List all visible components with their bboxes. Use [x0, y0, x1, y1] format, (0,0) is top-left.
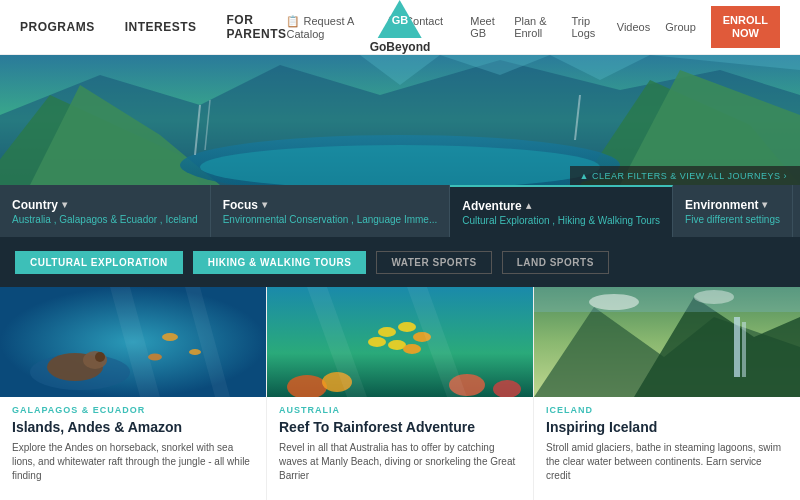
svg-rect-39 — [742, 322, 746, 377]
card-australia-region: AUSTRALIA — [279, 405, 521, 415]
clear-filters-bar[interactable]: ▲CLEAR FILTERS & VIEW ALL JOURNEYS › — [570, 166, 800, 185]
svg-point-16 — [95, 352, 105, 362]
card-australia-title: Reef To Rainforest Adventure — [279, 419, 521, 436]
tag-cultural-exploration[interactable]: CULTURAL EXPLORATION — [15, 251, 183, 274]
tag-water-sports[interactable]: WATER SPORTS — [376, 251, 491, 274]
svg-rect-40 — [534, 287, 800, 312]
card-australia-image — [267, 287, 533, 397]
secondary-nav: Meet GB Plan & Enroll Trip Logs Videos G… — [470, 15, 696, 39]
card-iceland-title: Inspiring Iceland — [546, 419, 788, 436]
country-chevron-icon: ▾ — [62, 199, 67, 210]
top-bar: PROGRAMS INTERESTS FOR PARENTS GoBeyond … — [0, 0, 800, 55]
nav-group[interactable]: Group — [665, 21, 696, 33]
svg-point-42 — [694, 290, 734, 304]
svg-point-41 — [589, 294, 639, 310]
nav-videos[interactable]: Videos — [617, 21, 650, 33]
australia-illustration — [267, 287, 533, 397]
card-galapagos-desc: Explore the Andes on horseback, snorkel … — [12, 441, 254, 483]
filter-environment[interactable]: Environment ▾ Five different settings — [673, 185, 793, 237]
svg-point-21 — [148, 354, 162, 361]
tag-land-sports[interactable]: LAND SPORTS — [502, 251, 609, 274]
nav-for-parents[interactable]: FOR PARENTS — [227, 13, 287, 41]
filter-bar: Country ▾ Australia , Galapagos & Ecuado… — [0, 185, 800, 237]
nav-left: PROGRAMS INTERESTS FOR PARENTS — [20, 13, 286, 41]
logo-triangle — [378, 0, 422, 38]
svg-point-31 — [403, 344, 421, 354]
card-galapagos-region: GALAPAGOS & ECUADOR — [12, 405, 254, 415]
filter-country-value: Australia , Galapagos & Ecuador , Icelan… — [12, 214, 198, 225]
iceland-illustration — [534, 287, 800, 397]
svg-point-28 — [398, 322, 416, 332]
card-australia[interactable]: AUSTRALIA Reef To Rainforest Adventure R… — [267, 287, 534, 500]
card-australia-body: AUSTRALIA Reef To Rainforest Adventure R… — [267, 397, 533, 500]
card-galapagos-body: GALAPAGOS & ECUADOR Islands, Andes & Ama… — [0, 397, 266, 500]
svg-point-20 — [189, 349, 201, 355]
filter-date-range[interactable]: Date Range ▾ When can you go? — [793, 185, 800, 237]
filter-adventure-value: Cultural Exploration , Hiking & Walking … — [462, 215, 660, 226]
nav-programs[interactable]: PROGRAMS — [20, 20, 95, 34]
filter-country[interactable]: Country ▾ Australia , Galapagos & Ecuado… — [0, 185, 211, 237]
card-iceland-desc: Stroll amid glaciers, bathe in steaming … — [546, 441, 788, 483]
nav-plan-enroll[interactable]: Plan & Enroll — [514, 15, 556, 39]
svg-point-27 — [378, 327, 396, 337]
svg-rect-38 — [734, 317, 740, 377]
hero-image: ▲CLEAR FILTERS & VIEW ALL JOURNEYS › — [0, 55, 800, 185]
card-australia-desc: Revel in all that Australia has to offer… — [279, 441, 521, 483]
top-right-area: 📋 Request A Catalog 💬 Contact Us Meet GB… — [286, 6, 780, 48]
adventure-chevron-icon: ▴ — [526, 200, 531, 211]
card-iceland-body: ICELAND Inspiring Iceland Stroll amid gl… — [534, 397, 800, 500]
adventure-tags-bar: CULTURAL EXPLORATION HIKING & WALKING TO… — [0, 237, 800, 287]
filter-focus[interactable]: Focus ▾ Environmental Conservation , Lan… — [211, 185, 451, 237]
filter-adventure[interactable]: Adventure ▴ Cultural Exploration , Hikin… — [450, 185, 673, 237]
focus-chevron-icon: ▾ — [262, 199, 267, 210]
card-iceland-region: ICELAND — [546, 405, 788, 415]
svg-point-19 — [162, 333, 178, 341]
card-iceland-image — [534, 287, 800, 397]
tag-hiking-walking[interactable]: HIKING & WALKING TOURS — [193, 251, 367, 274]
nav-interests[interactable]: INTERESTS — [125, 20, 197, 34]
cards-section: GALAPAGOS & ECUADOR Islands, Andes & Ama… — [0, 287, 800, 500]
nav-trip-logs[interactable]: Trip Logs — [572, 15, 602, 39]
card-galapagos-title: Islands, Andes & Amazon — [12, 419, 254, 436]
galapagos-illustration — [0, 287, 266, 397]
svg-point-32 — [368, 337, 386, 347]
environment-chevron-icon: ▾ — [762, 199, 767, 210]
card-iceland[interactable]: ICELAND Inspiring Iceland Stroll amid gl… — [534, 287, 800, 500]
logo[interactable]: GoBeyond — [370, 0, 431, 54]
card-galapagos-image — [0, 287, 266, 397]
request-catalog-link[interactable]: 📋 Request A Catalog — [286, 15, 373, 40]
logo-text: GoBeyond — [370, 40, 431, 54]
filter-focus-value: Environmental Conservation , Language Im… — [223, 214, 438, 225]
card-galapagos[interactable]: GALAPAGOS & ECUADOR Islands, Andes & Ama… — [0, 287, 267, 500]
nav-meet-gb[interactable]: Meet GB — [470, 15, 499, 39]
filter-environment-value: Five different settings — [685, 214, 780, 225]
enroll-button[interactable]: ENROLL NOW — [711, 6, 780, 48]
